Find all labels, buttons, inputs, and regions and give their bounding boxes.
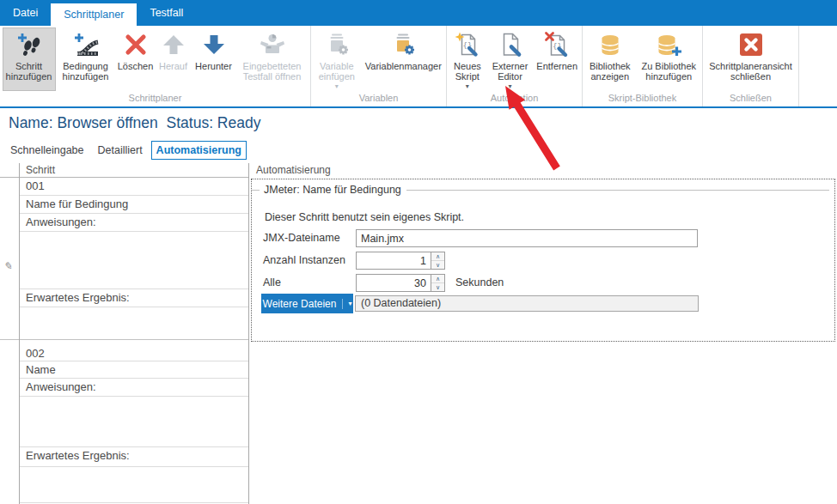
close-stepplanner-view-label: Schrittplaneransicht schließen <box>705 61 797 82</box>
step-001-expected-value-cell[interactable] <box>20 307 248 340</box>
add-to-library-button[interactable]: Zu Bibliothek hinzufügen <box>637 27 701 91</box>
insert-variable-button: Variable einfügen ▾ <box>312 27 362 91</box>
more-files-dropdown-icon: ▾ <box>342 299 351 309</box>
close-stepplanner-view-button[interactable]: Schrittplaneransicht schließen <box>704 27 797 91</box>
variable-box-icon <box>323 31 351 58</box>
ribbon: Schritt hinzufügen Bedingung hinzufügen <box>0 26 837 108</box>
step-001-expected-label-cell[interactable]: Erwartetes Ergebnis: <box>20 289 248 307</box>
arrow-down-icon <box>200 31 228 58</box>
automation-panel: Automatisierung JMeter: Name für Bedingu… <box>251 163 837 504</box>
open-embedded-testcase-button: Eingebetteten Testfall öffnen <box>236 27 309 91</box>
open-box-icon <box>259 31 286 58</box>
instance-count-label: Anzahl Instanzen <box>263 254 345 266</box>
insert-variable-dropdown-icon: ▾ <box>335 83 339 90</box>
interval-stepper[interactable]: ∧ ∨ <box>356 274 445 292</box>
tab-automatisierung[interactable]: Automatisierung <box>151 141 247 160</box>
row-indicator-gutter: ✎ <box>0 163 19 504</box>
move-up-button: Herauf <box>156 27 192 91</box>
insert-variable-label: Variable einfügen <box>313 61 361 82</box>
interval-input[interactable] <box>357 275 431 291</box>
footprints-add-icon <box>15 31 43 58</box>
step-001-instructions-value-cell[interactable] <box>20 232 248 289</box>
row-edit-pencil-icon: ✎ <box>3 260 12 272</box>
view-tab-bar: Schnelleingabe Detailliert Automatisieru… <box>5 141 247 160</box>
jmeter-groupbox-header: JMeter: Name für Bedingung <box>252 184 829 196</box>
variable-manager-icon <box>389 31 417 58</box>
arrow-up-icon <box>160 31 187 58</box>
window-tab-testfall[interactable]: Testfall <box>137 0 196 26</box>
group-label-skript-bibliothek: Skript-Bibliothek <box>583 92 702 106</box>
ribbon-group-schrittplaner: Schritt hinzufügen Bedingung hinzufügen <box>0 26 311 106</box>
new-script-icon: {} <box>454 31 481 58</box>
steps-column-header: Schritt <box>20 163 248 178</box>
data-files-field: (0 Datendateien) <box>355 295 699 312</box>
close-red-icon <box>737 31 765 58</box>
tab-detailliert[interactable]: Detailliert <box>93 141 148 160</box>
add-step-button[interactable]: Schritt hinzufügen <box>3 27 56 91</box>
jmeter-groupbox-title: JMeter: Name für Bedingung <box>264 184 401 196</box>
step-name-label: Name: Browser öffnen <box>9 114 158 131</box>
window-tab-datei[interactable]: Datei <box>0 0 51 26</box>
instance-count-stepper[interactable]: ∧ ∨ <box>356 252 445 270</box>
show-library-button[interactable]: Bibliothek anzeigen <box>583 27 637 91</box>
status-label: Status: Ready <box>167 114 261 131</box>
group-label-schliessen: Schließen <box>703 92 798 106</box>
database-icon <box>596 31 624 58</box>
database-add-icon <box>655 31 682 58</box>
external-editor-dropdown-icon: ▾ <box>509 83 512 90</box>
more-files-button[interactable]: Weitere Dateien ▾ <box>261 294 353 313</box>
variable-manager-label: Variablenmanager <box>365 61 442 71</box>
instance-count-spin-up-icon[interactable]: ∧ <box>431 252 444 260</box>
new-script-button[interactable]: {} Neues Skript ▾ <box>448 27 487 91</box>
ribbon-group-variablen: Variable einfügen ▾ Variablenmanager <box>311 26 447 106</box>
more-files-button-label: Weitere Dateien <box>263 298 337 310</box>
step-001-name-cell[interactable]: Name für Bedingung <box>20 196 248 214</box>
group-label-variablen: Variablen <box>311 92 446 106</box>
delete-button[interactable]: Löschen <box>116 27 156 91</box>
external-editor-button[interactable]: Externer Editor ▾ <box>487 27 534 91</box>
open-embedded-testcase-label: Eingebetteten Testfall öffnen <box>237 61 308 82</box>
tab-schnelleingabe[interactable]: Schnelleingabe <box>5 141 89 160</box>
interval-spin-up-icon[interactable]: ∧ <box>431 275 444 282</box>
step-002-expected-label-cell[interactable]: Erwartetes Ergebnis: <box>20 447 248 467</box>
delete-label: Löschen <box>118 61 154 71</box>
external-editor-label: Externer Editor <box>488 61 533 82</box>
step-001-number-cell[interactable]: 001 <box>20 178 248 196</box>
new-script-label: Neues Skript <box>449 61 486 82</box>
ribbon-group-skript-bibliothek: Bibliothek anzeigen Zu Bibliothek hinzuf… <box>583 26 703 106</box>
step-002-expected-value-cell[interactable] <box>20 467 248 503</box>
move-down-button[interactable]: Herunter <box>192 27 236 91</box>
variable-manager-button[interactable]: Variablenmanager <box>362 27 445 91</box>
group-label-automation: Automation <box>447 92 582 106</box>
interval-suffix-label: Sekunden <box>455 276 504 288</box>
jmx-filename-input[interactable] <box>356 229 698 247</box>
junction-add-icon <box>72 31 100 58</box>
interval-label: Alle <box>263 276 281 288</box>
instance-count-spin-down-icon[interactable]: ∨ <box>431 260 444 269</box>
interval-spin-down-icon[interactable]: ∨ <box>431 282 444 291</box>
window-tab-schrittplaner[interactable]: Schrittplaner <box>51 3 137 26</box>
jmx-filename-label: JMX-Dateiname <box>263 232 340 244</box>
add-to-library-label: Zu Bibliothek hinzufügen <box>638 61 700 82</box>
step-001-instructions-label-cell[interactable]: Anweisungen: <box>20 214 248 232</box>
step-002-instructions-value-cell[interactable] <box>20 397 248 447</box>
step-002-name-cell[interactable]: Name <box>20 361 248 379</box>
add-condition-label: Bedingung hinzufügen <box>57 61 115 82</box>
page-title: Name: Browser öffnen Status: Ready <box>9 114 260 132</box>
ribbon-group-automation: {} Neues Skript ▾ Externer Editor ▾ <box>447 26 583 106</box>
instance-count-input[interactable] <box>357 252 431 269</box>
add-step-label: Schritt hinzufügen <box>3 61 55 82</box>
group-label-schrittplaner: Schrittplaner <box>0 92 310 106</box>
new-script-dropdown-icon: ▾ <box>466 83 469 90</box>
remove-script-button[interactable]: {} Entfernen <box>533 27 581 91</box>
own-script-note: Dieser Schritt benutzt sein eigenes Skri… <box>265 211 464 223</box>
external-editor-icon <box>497 31 524 58</box>
add-condition-button[interactable]: Bedingung hinzufügen <box>56 27 116 91</box>
remove-script-icon: {} <box>543 31 571 58</box>
step-002-number-cell[interactable]: 002 <box>20 345 248 361</box>
step-002-instructions-label-cell[interactable]: Anweisungen: <box>20 379 248 397</box>
automation-cell-step-001[interactable]: JMeter: Name für Bedingung Dieser Schrit… <box>251 179 835 342</box>
move-down-label: Herunter <box>195 61 232 71</box>
show-library-label: Bibliothek anzeigen <box>584 61 636 82</box>
move-up-label: Herauf <box>159 61 187 71</box>
